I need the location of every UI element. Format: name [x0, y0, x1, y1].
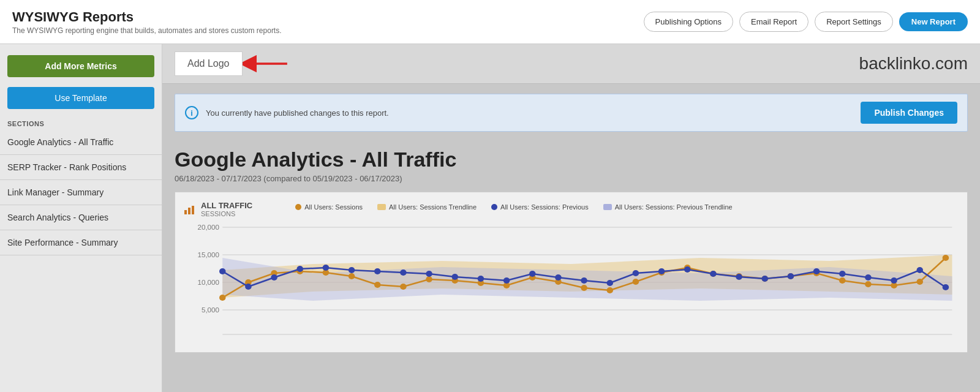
- svg-point-70: [865, 274, 872, 281]
- sidebar-item-google-analytics[interactable]: Google Analytics - All Traffic: [0, 130, 162, 155]
- app-title: WYSIWYG Reports: [12, 9, 282, 25]
- legend-label-sessions: All Users: Sessions: [304, 203, 363, 211]
- svg-point-62: [658, 268, 665, 274]
- app-subtitle: The WYSIWYG reporting engine that builds…: [12, 26, 282, 35]
- svg-point-40: [839, 277, 846, 284]
- svg-point-49: [323, 265, 330, 271]
- use-template-button[interactable]: Use Template: [7, 87, 154, 109]
- header-left: WYSIWYG Reports The WYSIWYG reporting en…: [12, 9, 282, 35]
- svg-point-23: [400, 284, 407, 290]
- svg-point-73: [943, 284, 949, 290]
- add-more-metrics-button[interactable]: Add More Metrics: [7, 55, 154, 77]
- sidebar-item-serp-tracker[interactable]: SERP Tracker - Rank Positions: [0, 155, 162, 180]
- svg-point-71: [891, 277, 897, 284]
- report-section: Google Analytics - All Traffic 06/18/202…: [162, 141, 980, 353]
- svg-point-21: [349, 273, 355, 279]
- svg-point-68: [813, 268, 820, 274]
- svg-point-16: [219, 295, 226, 301]
- report-settings-button[interactable]: Report Settings: [815, 12, 893, 32]
- notification-left: i You currently have published changes t…: [185, 106, 389, 119]
- svg-point-30: [581, 285, 587, 291]
- sidebar-item-site-performance[interactable]: Site Performance - Summary: [0, 230, 162, 255]
- chart-title: ALL TRAFFIC: [201, 201, 252, 210]
- svg-point-41: [865, 281, 872, 287]
- svg-point-44: [943, 255, 949, 261]
- svg-point-24: [426, 276, 432, 282]
- bar-chart-icon: [184, 204, 195, 215]
- legend-label-previous-trendline: All Users: Sessions: Previous Trendline: [615, 203, 733, 211]
- svg-point-46: [245, 284, 252, 290]
- new-report-button[interactable]: New Report: [899, 12, 968, 31]
- main-layout: Add More Metrics Use Template SECTIONS G…: [0, 44, 980, 392]
- legend-box-orange: [377, 204, 386, 210]
- legend-label-trendline: All Users: Sessions Trendline: [389, 203, 477, 211]
- svg-point-58: [555, 274, 562, 281]
- add-logo-button[interactable]: Add Logo: [175, 51, 243, 76]
- svg-point-56: [503, 277, 510, 284]
- legend-previous: All Users: Sessions: Previous: [491, 203, 589, 211]
- legend-trendline: All Users: Sessions Trendline: [377, 203, 477, 211]
- info-icon: i: [185, 106, 198, 119]
- svg-point-64: [710, 271, 717, 277]
- all-traffic-chart-card: ALL TRAFFIC SESSIONS All Users: Sessions…: [175, 192, 968, 353]
- svg-text:15,000: 15,000: [198, 251, 219, 258]
- chart-legend: All Users: Sessions All Users: Sessions …: [295, 203, 732, 211]
- sidebar-item-label: Link Manager - Summary: [7, 187, 104, 197]
- logo-area: Add Logo: [175, 51, 292, 76]
- legend-label-previous: All Users: Sessions: Previous: [500, 203, 589, 211]
- chart-subtitle: SESSIONS: [201, 210, 252, 217]
- date-range: 06/18/2023 - 07/17/2023: [175, 174, 262, 183]
- svg-point-72: [916, 267, 923, 273]
- svg-point-50: [349, 267, 355, 273]
- svg-rect-3: [188, 208, 190, 214]
- svg-rect-4: [192, 206, 194, 214]
- chart-svg-container: 20,000 15,000 10,000 5,000: [184, 221, 959, 344]
- sidebar-item-link-manager[interactable]: Link Manager - Summary: [0, 180, 162, 205]
- svg-point-57: [529, 271, 536, 277]
- notification-text: You currently have published changes to …: [206, 108, 389, 118]
- header: WYSIWYG Reports The WYSIWYG reporting en…: [0, 0, 980, 44]
- compare-range: (compared to 05/19/2023 - 06/17/2023): [263, 174, 402, 183]
- sidebar: Add More Metrics Use Template SECTIONS G…: [0, 44, 162, 392]
- legend-dot-purple: [491, 204, 497, 210]
- svg-rect-2: [184, 210, 187, 214]
- content-area: Add Logo backlinko.com i You currently h…: [162, 44, 980, 392]
- svg-text:10,000: 10,000: [198, 279, 219, 286]
- svg-point-59: [581, 277, 587, 284]
- domain-name: backlinko.com: [859, 54, 968, 74]
- svg-point-60: [606, 280, 613, 286]
- line-chart-svg: 20,000 15,000 10,000 5,000: [184, 221, 959, 344]
- content-topbar: Add Logo backlinko.com: [162, 44, 980, 84]
- report-dates: 06/18/2023 - 07/17/2023 (compared to 05/…: [175, 174, 968, 183]
- svg-point-54: [451, 274, 458, 280]
- svg-point-55: [478, 276, 484, 282]
- publish-changes-button[interactable]: Publish Changes: [861, 102, 957, 124]
- svg-point-45: [219, 268, 226, 274]
- sidebar-item-search-analytics[interactable]: Search Analytics - Queries: [0, 205, 162, 230]
- svg-point-22: [374, 282, 381, 288]
- legend-dot-orange: [295, 204, 301, 210]
- svg-point-67: [788, 273, 794, 279]
- sidebar-item-label: Google Analytics - All Traffic: [7, 137, 113, 147]
- svg-point-53: [426, 271, 432, 277]
- header-actions: Publishing Options Email Report Report S…: [644, 12, 968, 32]
- svg-point-51: [374, 268, 381, 274]
- sidebar-item-label: SERP Tracker - Rank Positions: [7, 162, 126, 172]
- sections-label: SECTIONS: [0, 114, 162, 130]
- arrow-icon: [243, 55, 292, 73]
- svg-point-32: [633, 279, 639, 285]
- email-report-button[interactable]: Email Report: [739, 12, 809, 32]
- svg-point-48: [296, 266, 303, 272]
- svg-point-43: [916, 279, 923, 285]
- svg-point-63: [684, 266, 691, 273]
- legend-box-purple: [603, 204, 612, 210]
- sidebar-item-label: Search Analytics - Queries: [7, 213, 108, 222]
- publishing-options-button[interactable]: Publishing Options: [644, 12, 733, 32]
- svg-point-31: [606, 287, 613, 293]
- svg-point-65: [736, 274, 742, 280]
- legend-sessions: All Users: Sessions: [295, 203, 363, 211]
- notification-bar: i You currently have published changes t…: [175, 94, 968, 132]
- legend-previous-trendline: All Users: Sessions: Previous Trendline: [603, 203, 733, 211]
- svg-point-52: [400, 270, 407, 276]
- chart-header: ALL TRAFFIC SESSIONS All Users: Sessions…: [184, 201, 959, 217]
